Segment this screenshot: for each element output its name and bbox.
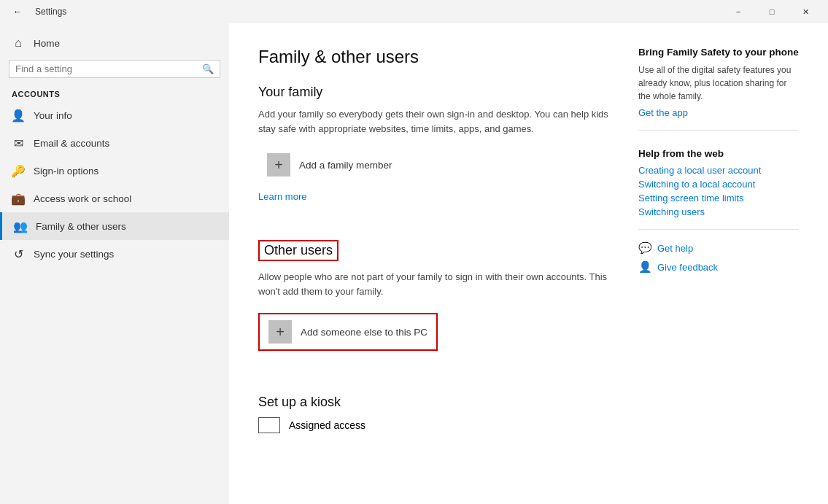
link-screen-time[interactable]: Setting screen time limits xyxy=(638,193,799,203)
other-users-desc: Allow people who are not part of your fa… xyxy=(258,270,609,298)
search-input[interactable] xyxy=(15,63,202,74)
link-switching-local-account[interactable]: Switching to a local account xyxy=(638,179,799,190)
maximize-button[interactable]: □ xyxy=(755,0,789,23)
titlebar: ← Settings − □ ✕ xyxy=(0,0,828,23)
add-family-member-button[interactable]: + Add a family member xyxy=(258,147,401,182)
sidebar-email-label: Email & accounts xyxy=(34,138,109,149)
back-button[interactable]: ← xyxy=(6,0,29,23)
plus-icon: + xyxy=(267,153,290,177)
content-right: Bring Family Safety to your phone Use al… xyxy=(638,47,799,481)
family-safety-title: Bring Family Safety to your phone xyxy=(638,47,799,58)
assigned-access-item: Assigned access xyxy=(258,417,609,433)
minimize-button[interactable]: − xyxy=(721,0,755,23)
family-icon: 👥 xyxy=(14,220,27,233)
toggle-box[interactable] xyxy=(258,417,280,433)
family-safety-desc: Use all of the digital safety features y… xyxy=(638,63,799,103)
main-content: Family & other users Your family Add you… xyxy=(229,23,828,504)
app-body: ⌂ Home 🔍 Accounts 👤 Your info ✉ Email & … xyxy=(0,23,828,504)
sidebar-work-label: Access work or school xyxy=(34,193,131,204)
titlebar-title: Settings xyxy=(35,7,721,17)
close-button[interactable]: ✕ xyxy=(789,0,822,23)
add-someone-label: Add someone else to this PC xyxy=(301,327,427,338)
divider-2 xyxy=(638,229,799,230)
sidebar: ⌂ Home 🔍 Accounts 👤 Your info ✉ Email & … xyxy=(0,23,229,504)
sidebar-item-your-info[interactable]: 👤 Your info xyxy=(0,101,229,129)
kiosk-title: Set up a kiosk xyxy=(258,395,609,410)
content-left: Family & other users Your family Add you… xyxy=(258,47,609,481)
search-icon: 🔍 xyxy=(202,63,214,74)
sidebar-signin-label: Sign-in options xyxy=(34,166,98,177)
window-controls: − □ ✕ xyxy=(721,0,822,23)
learn-more-link[interactable]: Learn more xyxy=(258,191,306,202)
kiosk-section: Set up a kiosk Assigned access xyxy=(258,395,609,433)
assigned-access-label: Assigned access xyxy=(289,419,365,431)
get-help-item[interactable]: 💬 Get help xyxy=(638,241,799,255)
sidebar-item-home[interactable]: ⌂ Home xyxy=(0,29,229,57)
other-users-section: Other users Allow people who are not par… xyxy=(258,240,609,351)
feedback-icon: 👤 xyxy=(638,260,651,274)
other-users-title: Other users xyxy=(264,243,333,257)
sidebar-item-access-work[interactable]: 💼 Access work or school xyxy=(0,185,229,212)
your-info-icon: 👤 xyxy=(12,109,25,122)
get-help-link[interactable]: Get help xyxy=(657,243,693,254)
link-creating-local-account[interactable]: Creating a local user account xyxy=(638,165,799,176)
get-app-link[interactable]: Get the app xyxy=(638,107,799,118)
give-feedback-item[interactable]: 👤 Give feedback xyxy=(638,260,799,274)
search-box[interactable]: 🔍 xyxy=(9,60,220,78)
sidebar-item-family[interactable]: 👥 Family & other users xyxy=(0,212,229,240)
help-from-web-section: Help from the web Creating a local user … xyxy=(638,148,799,217)
sidebar-item-email-accounts[interactable]: ✉ Email & accounts xyxy=(0,129,229,157)
work-icon: 💼 xyxy=(12,192,25,205)
sidebar-family-label: Family & other users xyxy=(36,221,126,232)
sidebar-home-label: Home xyxy=(34,38,60,49)
sidebar-section-label: Accounts xyxy=(0,87,229,101)
home-icon: ⌂ xyxy=(12,36,25,50)
get-help-icon: 💬 xyxy=(638,241,651,255)
give-feedback-link[interactable]: Give feedback xyxy=(657,262,718,273)
divider-1 xyxy=(638,130,799,131)
sidebar-item-sync[interactable]: ↺ Sync your settings xyxy=(0,240,229,268)
sidebar-your-info-label: Your info xyxy=(34,110,72,121)
other-users-title-box: Other users xyxy=(258,240,338,261)
sync-icon: ↺ xyxy=(12,247,25,260)
page-title: Family & other users xyxy=(258,47,609,67)
sidebar-item-sign-in[interactable]: 🔑 Sign-in options xyxy=(0,157,229,185)
add-family-label: Add a family member xyxy=(299,160,392,171)
sidebar-sync-label: Sync your settings xyxy=(34,249,114,260)
plus-icon-2: + xyxy=(268,320,292,344)
email-icon: ✉ xyxy=(12,136,25,150)
link-switching-users[interactable]: Switching users xyxy=(638,206,799,217)
help-from-web-title: Help from the web xyxy=(638,148,799,159)
your-family-desc: Add your family so everybody gets their … xyxy=(258,107,609,136)
add-someone-button[interactable]: + Add someone else to this PC xyxy=(258,313,438,351)
your-family-title: Your family xyxy=(258,85,609,100)
sign-in-icon: 🔑 xyxy=(12,164,25,177)
